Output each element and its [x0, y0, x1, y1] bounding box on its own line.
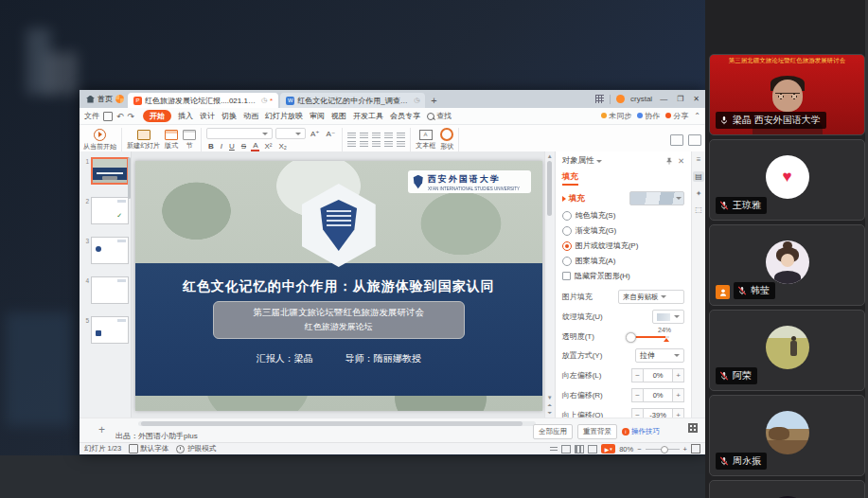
minimize-button[interactable]: — [658, 95, 669, 103]
scroll-down-icon[interactable]: ▼ [547, 395, 553, 400]
play-from-current-button[interactable]: 从当前开始 [83, 126, 116, 153]
menu-tab-view[interactable]: 视图 [331, 111, 346, 121]
participant-tile[interactable]: ♥ 王琼雅 [709, 139, 865, 221]
new-tab-button[interactable]: + [431, 93, 436, 108]
notes-toggle-icon[interactable] [550, 446, 558, 453]
indent-increase-icon[interactable] [384, 133, 393, 139]
menu-tab-insert[interactable]: 插入 [178, 111, 193, 121]
add-slide-button[interactable]: + [98, 423, 105, 436]
strikethrough-button[interactable]: S [239, 142, 248, 151]
doc-tab-presentation[interactable]: P 红色旅游发展论坛汇报....021.12.11 ◷ * [128, 93, 278, 108]
fill-option-solid[interactable]: 纯色填充(S) [562, 210, 684, 221]
scrollbar-thumb[interactable] [547, 161, 552, 216]
share-button[interactable]: 分享 [665, 111, 688, 121]
offset-up-stepper[interactable]: −-39%+ [631, 408, 684, 418]
slide-thumbnail[interactable]: 3 [81, 237, 131, 264]
subscript-button[interactable]: X₂ [276, 142, 288, 151]
transparency-slider[interactable]: 24% [622, 329, 684, 343]
shapes-button[interactable]: 形状 [440, 126, 453, 153]
fit-window-icon[interactable] [691, 444, 700, 454]
selection-pane-icon[interactable]: ⬚ [695, 205, 702, 214]
account-avatar[interactable] [616, 95, 625, 103]
find-command[interactable]: 查找 [427, 111, 452, 121]
normal-view-icon[interactable] [561, 445, 571, 454]
save-icon[interactable] [103, 112, 113, 121]
font-status-item[interactable]: 默认字体 [129, 444, 168, 454]
fill-preview-swatch[interactable] [629, 191, 684, 205]
thumbnail-5[interactable] [91, 316, 129, 344]
participant-tile[interactable]: 第三届北疆文旅论坛暨红色旅游发展研讨会 梁晶 西安外国语大学 [709, 54, 865, 135]
layout-button[interactable]: 版式 [165, 126, 178, 153]
slide-thumbnail[interactable]: 4 [81, 276, 131, 304]
slide-thumbnail[interactable]: 2 ✓ [81, 197, 131, 224]
slide-thumbnail[interactable]: 5 [81, 316, 131, 344]
hide-background-checkbox[interactable]: 隐藏背景图形(H) [562, 271, 684, 281]
collapse-ribbon-button[interactable]: ⌃ [694, 112, 700, 120]
reset-background-button[interactable]: 重置背景 [577, 424, 617, 439]
window-tool-button[interactable] [670, 126, 683, 153]
plus-button[interactable]: + [672, 368, 684, 382]
zoom-percentage[interactable]: 80% [619, 445, 633, 454]
select-tool-button[interactable] [688, 126, 701, 153]
slide-vertical-scrollbar[interactable]: ▲ ▼ ⏶ ⏷ [544, 151, 555, 418]
menu-tab-animation[interactable]: 动画 [243, 111, 258, 121]
properties-panel-icon[interactable]: ▤ [693, 171, 704, 182]
apps-grid-icon[interactable] [595, 95, 604, 103]
bold-button[interactable]: B [206, 142, 216, 151]
superscript-button[interactable]: X² [262, 142, 274, 151]
previous-slide-button[interactable]: ⏶ [547, 402, 552, 408]
minus-button[interactable]: − [631, 388, 644, 402]
collaborate-button[interactable]: 协作 [637, 111, 660, 121]
menu-tab-member[interactable]: 会员专享 [390, 111, 420, 121]
reading-view-icon[interactable] [588, 445, 597, 454]
font-size-select[interactable] [275, 128, 306, 139]
line-spacing-icon[interactable] [397, 133, 405, 139]
menu-tab-review[interactable]: 审阅 [310, 111, 325, 121]
thumbnail-scrollbar[interactable] [128, 157, 131, 199]
font-family-select[interactable] [206, 128, 273, 139]
menu-tab-transition[interactable]: 切换 [221, 111, 237, 121]
home-button[interactable]: 首页 [82, 90, 128, 108]
panel-title-dropdown-icon[interactable] [596, 160, 602, 163]
next-slide-button[interactable]: ⏷ [547, 410, 552, 416]
participant-tile[interactable] [709, 480, 865, 498]
thumbnail-4[interactable] [91, 276, 129, 304]
menu-tab-slideshow[interactable]: 幻灯片放映 [265, 111, 303, 121]
panel-menu-icon[interactable]: ≡ [697, 155, 701, 164]
align-right-icon[interactable] [372, 141, 381, 148]
apply-all-button[interactable]: 全部应用 [533, 424, 573, 439]
underline-button[interactable]: U [227, 142, 237, 151]
bullet-list-icon[interactable] [347, 133, 356, 139]
account-name[interactable]: crystal [630, 95, 652, 103]
zoom-slider[interactable] [646, 449, 680, 450]
fill-tab[interactable]: 填充 [562, 171, 578, 186]
fill-option-gradient[interactable]: 渐变填充(G) [562, 225, 684, 236]
panel-close-icon[interactable]: ✕ [678, 156, 684, 166]
zoom-out-button[interactable]: − [637, 445, 641, 454]
zoom-in-button[interactable]: + [683, 445, 687, 454]
participant-tile[interactable]: 韩莹 [709, 224, 865, 306]
menu-tab-home[interactable]: 开始 [143, 110, 171, 122]
thumbnail-1-selected[interactable] [91, 157, 129, 185]
fill-option-pattern[interactable]: 图案填充(A) [562, 256, 684, 266]
eye-protection-mode[interactable]: 护眼模式 [176, 444, 216, 454]
new-slide-button[interactable]: 新建幻灯片 [127, 126, 160, 153]
doc-tab-document[interactable]: W 红色文化记忆的中介作用_调查问卷说明 ◷ [280, 93, 425, 108]
scrollbar-thumb[interactable] [141, 421, 523, 426]
number-list-icon[interactable] [360, 133, 368, 139]
animation-pane-icon[interactable]: ✦ [696, 189, 702, 198]
fill-option-picture[interactable]: 图片或纹理填充(P) [562, 240, 684, 251]
font-color-button[interactable]: A [251, 141, 259, 151]
close-button[interactable]: ✕ [691, 95, 701, 103]
qr-grid-icon[interactable] [688, 423, 698, 433]
horizontal-scrollbar[interactable] [138, 421, 536, 426]
section-button[interactable]: 节 [183, 126, 196, 153]
align-center-icon[interactable] [360, 141, 368, 148]
text-box-button[interactable]: A 文本框 [416, 126, 435, 153]
increase-font-icon[interactable]: A⁺ [309, 130, 322, 138]
slideshow-play-button[interactable]: ▶▾ [601, 444, 615, 454]
section-expand-icon[interactable] [562, 196, 566, 202]
minus-button[interactable]: − [631, 408, 644, 418]
scroll-up-icon[interactable]: ▲ [547, 153, 553, 159]
slide-sorter-icon[interactable] [575, 445, 584, 454]
